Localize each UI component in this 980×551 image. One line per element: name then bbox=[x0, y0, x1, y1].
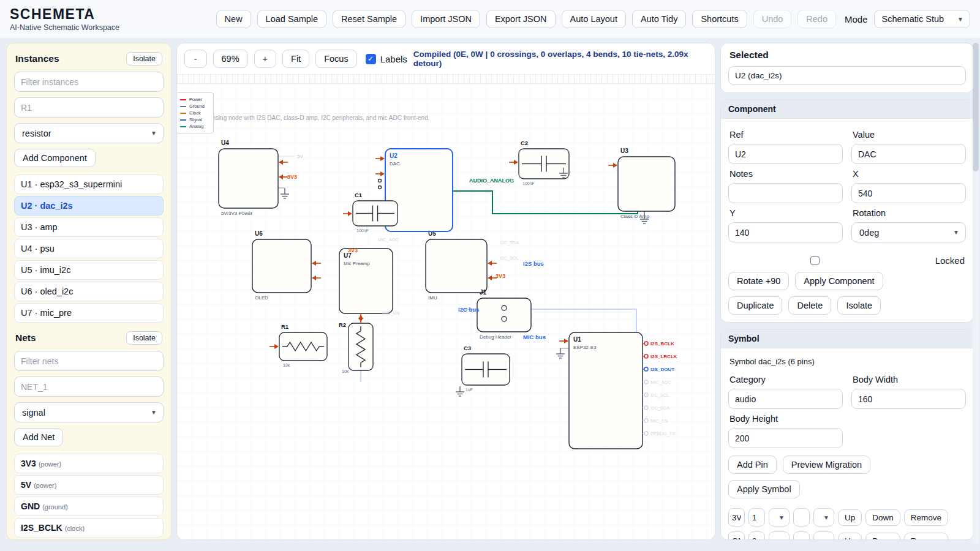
port-circle[interactable] bbox=[644, 419, 648, 422]
mode-select[interactable]: Schematic Stub ▼ bbox=[874, 10, 970, 28]
value-input[interactable] bbox=[851, 144, 966, 164]
filter-nets-input[interactable] bbox=[14, 351, 164, 371]
fit-button[interactable]: Fit bbox=[282, 50, 309, 68]
port-circle[interactable] bbox=[644, 406, 648, 410]
add-component-button[interactable]: Add Component bbox=[14, 149, 96, 167]
x-input[interactable] bbox=[851, 183, 966, 203]
ref-input[interactable] bbox=[728, 144, 843, 164]
wire[interactable] bbox=[453, 191, 638, 214]
pin-name-input[interactable] bbox=[728, 508, 745, 527]
labels-checkbox[interactable]: ✓ bbox=[366, 54, 376, 64]
add-pin-button[interactable]: Add Pin bbox=[728, 455, 777, 474]
pin-down-button[interactable]: Down bbox=[865, 533, 900, 541]
pin-side-select[interactable]: ▼ bbox=[769, 508, 790, 527]
net-item[interactable]: 3V3(power) bbox=[14, 454, 164, 473]
body-height-input[interactable] bbox=[728, 428, 843, 448]
category-input[interactable] bbox=[728, 389, 843, 409]
legend-entry: Ground bbox=[180, 103, 209, 109]
component-U4[interactable] bbox=[219, 149, 278, 208]
instance-item[interactable]: U3 · amp bbox=[14, 217, 164, 237]
pin-name-input[interactable] bbox=[728, 531, 745, 540]
selected-value[interactable]: U2 (dac_i2s) bbox=[728, 66, 966, 85]
wire[interactable] bbox=[278, 188, 285, 189]
filter-instances-input[interactable] bbox=[14, 72, 164, 92]
pin-remove-button[interactable]: Remove bbox=[904, 533, 948, 541]
port-circle[interactable] bbox=[644, 367, 648, 371]
add-net-button[interactable]: Add Net bbox=[14, 428, 63, 446]
net-type-select[interactable]: signal ▼ bbox=[14, 402, 164, 422]
rotation-select[interactable]: 0deg ▼ bbox=[851, 222, 966, 242]
header-button-auto-layout[interactable]: Auto Layout bbox=[562, 10, 626, 28]
instance-item[interactable]: U2 · dac_i2s bbox=[14, 196, 164, 216]
header-button-redo[interactable]: Redo bbox=[797, 10, 836, 28]
page-scrollbar[interactable] bbox=[973, 43, 979, 545]
instance-item[interactable]: U4 · psu bbox=[14, 239, 164, 258]
new-net-name-input[interactable] bbox=[14, 377, 164, 397]
header-button-load-sample[interactable]: Load Sample bbox=[257, 10, 326, 28]
scrollbar-thumb[interactable] bbox=[973, 43, 979, 171]
port-circle[interactable] bbox=[644, 432, 648, 435]
net-item[interactable]: 5V(power) bbox=[14, 475, 164, 495]
pin-type-select[interactable]: ▼ bbox=[813, 508, 834, 527]
instance-item[interactable]: U5 · imu_i2c bbox=[14, 260, 164, 280]
duplicate-button[interactable]: Duplicate bbox=[728, 296, 782, 315]
zoom-in-button[interactable]: + bbox=[254, 50, 277, 68]
zoom-out-button[interactable]: - bbox=[184, 50, 207, 68]
port-circle[interactable] bbox=[644, 393, 648, 397]
pin-up-button[interactable]: Up bbox=[838, 533, 862, 541]
port-circle[interactable] bbox=[644, 354, 648, 358]
isolate-instances-button[interactable]: Isolate bbox=[126, 52, 162, 66]
component-U6[interactable] bbox=[252, 239, 311, 293]
component-U3[interactable] bbox=[618, 157, 675, 211]
apply-symbol-button[interactable]: Apply Symbol bbox=[728, 480, 800, 498]
schematic-svg[interactable]: U45V/3V3 PowerU6OLEDU7Mic PreampU5IMUU2D… bbox=[177, 84, 714, 537]
pin-type-select[interactable]: ▼ bbox=[813, 531, 834, 540]
net-label: MIC_ADC bbox=[650, 380, 671, 385]
y-input[interactable] bbox=[728, 222, 843, 242]
instance-item[interactable]: U6 · oled_i2c bbox=[14, 282, 164, 301]
zoom-level-button[interactable]: 69% bbox=[213, 50, 248, 68]
new-component-ref-input[interactable] bbox=[14, 97, 164, 118]
focus-button[interactable]: Focus bbox=[315, 50, 357, 68]
header-button-undo[interactable]: Undo bbox=[753, 10, 792, 28]
port-circle[interactable] bbox=[644, 380, 648, 384]
apply-component-button[interactable]: Apply Component bbox=[795, 272, 883, 290]
component-type-select[interactable]: resistor ▼ bbox=[14, 123, 164, 143]
net-item[interactable]: I2S_BCLK(clock) bbox=[14, 518, 164, 538]
junction-circle[interactable] bbox=[379, 186, 382, 189]
junction-circle[interactable] bbox=[502, 305, 507, 310]
isolate-component-button[interactable]: Isolate bbox=[837, 296, 881, 315]
passive-value: 10k bbox=[283, 363, 290, 367]
delete-button[interactable]: Delete bbox=[788, 296, 831, 315]
port-circle[interactable] bbox=[644, 342, 648, 345]
wire[interactable] bbox=[560, 348, 569, 349]
isolate-nets-button[interactable]: Isolate bbox=[126, 331, 162, 345]
pin-down-button[interactable]: Down bbox=[865, 509, 900, 526]
rotate-button[interactable]: Rotate +90 bbox=[728, 272, 789, 290]
header-button-export-json[interactable]: Export JSON bbox=[486, 10, 556, 28]
instance-item[interactable]: U7 · mic_pre bbox=[14, 303, 164, 323]
pin-number-input[interactable] bbox=[748, 531, 765, 540]
component-J1[interactable] bbox=[477, 298, 531, 332]
pin-up-button[interactable]: Up bbox=[838, 509, 862, 526]
notes-input[interactable] bbox=[728, 183, 843, 203]
preview-migration-button[interactable]: Preview Migration bbox=[783, 455, 870, 474]
pin-side-select[interactable]: ▼ bbox=[769, 531, 790, 540]
component-U5[interactable] bbox=[426, 239, 487, 293]
body-width-input[interactable] bbox=[851, 389, 966, 409]
junction-circle[interactable] bbox=[379, 179, 382, 182]
pin-offset-input[interactable] bbox=[793, 531, 810, 540]
locked-checkbox[interactable] bbox=[810, 256, 820, 265]
pin-offset-input[interactable] bbox=[793, 508, 810, 527]
net-item[interactable]: GND(ground) bbox=[14, 497, 164, 516]
schematic-viewport[interactable]: PowerGroundClockSignalAnalog rt audio + … bbox=[177, 84, 715, 539]
header-button-new[interactable]: New bbox=[216, 10, 251, 28]
header-button-reset-sample[interactable]: Reset Sample bbox=[333, 10, 405, 28]
header-button-import-json[interactable]: Import JSON bbox=[412, 10, 480, 28]
instance-item[interactable]: U1 · esp32_s3_supermini bbox=[14, 174, 164, 194]
pin-number-input[interactable] bbox=[748, 508, 765, 527]
junction-circle[interactable] bbox=[502, 317, 507, 321]
header-button-shortcuts[interactable]: Shortcuts bbox=[692, 10, 747, 28]
pin-remove-button[interactable]: Remove bbox=[904, 509, 948, 526]
header-button-auto-tidy[interactable]: Auto Tidy bbox=[632, 10, 686, 28]
